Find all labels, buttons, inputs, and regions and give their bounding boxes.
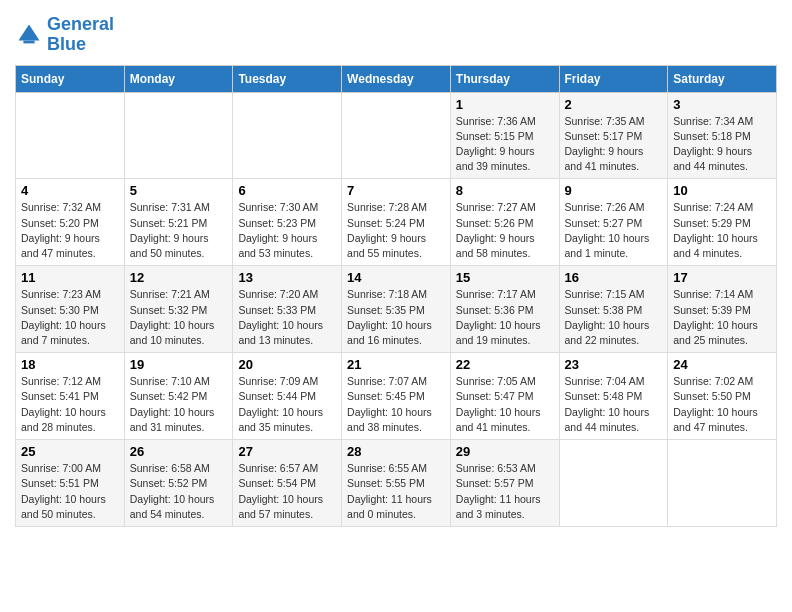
calendar-cell: 10Sunrise: 7:24 AM Sunset: 5:29 PM Dayli… bbox=[668, 179, 777, 266]
day-number: 2 bbox=[565, 97, 663, 112]
calendar-cell: 8Sunrise: 7:27 AM Sunset: 5:26 PM Daylig… bbox=[450, 179, 559, 266]
dow-header: Sunday bbox=[16, 65, 125, 92]
day-number: 21 bbox=[347, 357, 445, 372]
calendar-cell: 15Sunrise: 7:17 AM Sunset: 5:36 PM Dayli… bbox=[450, 266, 559, 353]
day-number: 8 bbox=[456, 183, 554, 198]
calendar-cell bbox=[559, 440, 668, 527]
day-info: Sunrise: 7:20 AM Sunset: 5:33 PM Dayligh… bbox=[238, 287, 336, 348]
calendar-cell bbox=[668, 440, 777, 527]
calendar-cell: 23Sunrise: 7:04 AM Sunset: 5:48 PM Dayli… bbox=[559, 353, 668, 440]
day-info: Sunrise: 7:12 AM Sunset: 5:41 PM Dayligh… bbox=[21, 374, 119, 435]
calendar-week-row: 25Sunrise: 7:00 AM Sunset: 5:51 PM Dayli… bbox=[16, 440, 777, 527]
svg-marker-0 bbox=[19, 24, 40, 40]
day-info: Sunrise: 6:55 AM Sunset: 5:55 PM Dayligh… bbox=[347, 461, 445, 522]
calendar-cell bbox=[233, 92, 342, 179]
day-info: Sunrise: 7:10 AM Sunset: 5:42 PM Dayligh… bbox=[130, 374, 228, 435]
calendar-cell: 29Sunrise: 6:53 AM Sunset: 5:57 PM Dayli… bbox=[450, 440, 559, 527]
day-number: 13 bbox=[238, 270, 336, 285]
day-info: Sunrise: 7:27 AM Sunset: 5:26 PM Dayligh… bbox=[456, 200, 554, 261]
day-info: Sunrise: 7:02 AM Sunset: 5:50 PM Dayligh… bbox=[673, 374, 771, 435]
calendar-cell: 4Sunrise: 7:32 AM Sunset: 5:20 PM Daylig… bbox=[16, 179, 125, 266]
calendar-cell: 26Sunrise: 6:58 AM Sunset: 5:52 PM Dayli… bbox=[124, 440, 233, 527]
day-number: 6 bbox=[238, 183, 336, 198]
calendar-cell bbox=[342, 92, 451, 179]
logo: General Blue bbox=[15, 15, 114, 55]
day-info: Sunrise: 7:05 AM Sunset: 5:47 PM Dayligh… bbox=[456, 374, 554, 435]
days-of-week-row: SundayMondayTuesdayWednesdayThursdayFrid… bbox=[16, 65, 777, 92]
svg-rect-1 bbox=[23, 40, 34, 43]
calendar-cell: 1Sunrise: 7:36 AM Sunset: 5:15 PM Daylig… bbox=[450, 92, 559, 179]
day-info: Sunrise: 6:57 AM Sunset: 5:54 PM Dayligh… bbox=[238, 461, 336, 522]
day-number: 28 bbox=[347, 444, 445, 459]
dow-header: Saturday bbox=[668, 65, 777, 92]
day-info: Sunrise: 7:28 AM Sunset: 5:24 PM Dayligh… bbox=[347, 200, 445, 261]
calendar-cell: 17Sunrise: 7:14 AM Sunset: 5:39 PM Dayli… bbox=[668, 266, 777, 353]
day-number: 20 bbox=[238, 357, 336, 372]
calendar-week-row: 1Sunrise: 7:36 AM Sunset: 5:15 PM Daylig… bbox=[16, 92, 777, 179]
calendar-cell: 16Sunrise: 7:15 AM Sunset: 5:38 PM Dayli… bbox=[559, 266, 668, 353]
day-info: Sunrise: 7:04 AM Sunset: 5:48 PM Dayligh… bbox=[565, 374, 663, 435]
day-number: 1 bbox=[456, 97, 554, 112]
day-info: Sunrise: 7:15 AM Sunset: 5:38 PM Dayligh… bbox=[565, 287, 663, 348]
day-info: Sunrise: 7:09 AM Sunset: 5:44 PM Dayligh… bbox=[238, 374, 336, 435]
dow-header: Wednesday bbox=[342, 65, 451, 92]
day-number: 5 bbox=[130, 183, 228, 198]
day-info: Sunrise: 7:30 AM Sunset: 5:23 PM Dayligh… bbox=[238, 200, 336, 261]
calendar-cell: 6Sunrise: 7:30 AM Sunset: 5:23 PM Daylig… bbox=[233, 179, 342, 266]
calendar-cell: 20Sunrise: 7:09 AM Sunset: 5:44 PM Dayli… bbox=[233, 353, 342, 440]
day-number: 11 bbox=[21, 270, 119, 285]
calendar-cell: 3Sunrise: 7:34 AM Sunset: 5:18 PM Daylig… bbox=[668, 92, 777, 179]
day-number: 25 bbox=[21, 444, 119, 459]
day-number: 3 bbox=[673, 97, 771, 112]
day-number: 18 bbox=[21, 357, 119, 372]
calendar-cell: 5Sunrise: 7:31 AM Sunset: 5:21 PM Daylig… bbox=[124, 179, 233, 266]
day-number: 23 bbox=[565, 357, 663, 372]
day-number: 22 bbox=[456, 357, 554, 372]
page-header: General Blue bbox=[15, 15, 777, 55]
calendar-cell: 18Sunrise: 7:12 AM Sunset: 5:41 PM Dayli… bbox=[16, 353, 125, 440]
calendar-cell: 21Sunrise: 7:07 AM Sunset: 5:45 PM Dayli… bbox=[342, 353, 451, 440]
calendar-cell: 12Sunrise: 7:21 AM Sunset: 5:32 PM Dayli… bbox=[124, 266, 233, 353]
day-info: Sunrise: 7:07 AM Sunset: 5:45 PM Dayligh… bbox=[347, 374, 445, 435]
day-number: 24 bbox=[673, 357, 771, 372]
calendar-cell: 19Sunrise: 7:10 AM Sunset: 5:42 PM Dayli… bbox=[124, 353, 233, 440]
calendar-table: SundayMondayTuesdayWednesdayThursdayFrid… bbox=[15, 65, 777, 527]
calendar-cell: 27Sunrise: 6:57 AM Sunset: 5:54 PM Dayli… bbox=[233, 440, 342, 527]
day-number: 19 bbox=[130, 357, 228, 372]
day-number: 16 bbox=[565, 270, 663, 285]
day-number: 9 bbox=[565, 183, 663, 198]
day-number: 7 bbox=[347, 183, 445, 198]
calendar-cell: 9Sunrise: 7:26 AM Sunset: 5:27 PM Daylig… bbox=[559, 179, 668, 266]
calendar-cell: 11Sunrise: 7:23 AM Sunset: 5:30 PM Dayli… bbox=[16, 266, 125, 353]
day-number: 10 bbox=[673, 183, 771, 198]
logo-text: General Blue bbox=[47, 15, 114, 55]
day-info: Sunrise: 7:32 AM Sunset: 5:20 PM Dayligh… bbox=[21, 200, 119, 261]
calendar-cell: 24Sunrise: 7:02 AM Sunset: 5:50 PM Dayli… bbox=[668, 353, 777, 440]
day-info: Sunrise: 7:00 AM Sunset: 5:51 PM Dayligh… bbox=[21, 461, 119, 522]
day-number: 27 bbox=[238, 444, 336, 459]
day-number: 12 bbox=[130, 270, 228, 285]
day-info: Sunrise: 7:14 AM Sunset: 5:39 PM Dayligh… bbox=[673, 287, 771, 348]
day-info: Sunrise: 7:23 AM Sunset: 5:30 PM Dayligh… bbox=[21, 287, 119, 348]
day-number: 14 bbox=[347, 270, 445, 285]
calendar-body: 1Sunrise: 7:36 AM Sunset: 5:15 PM Daylig… bbox=[16, 92, 777, 526]
calendar-cell: 22Sunrise: 7:05 AM Sunset: 5:47 PM Dayli… bbox=[450, 353, 559, 440]
dow-header: Friday bbox=[559, 65, 668, 92]
calendar-cell: 13Sunrise: 7:20 AM Sunset: 5:33 PM Dayli… bbox=[233, 266, 342, 353]
calendar-cell: 28Sunrise: 6:55 AM Sunset: 5:55 PM Dayli… bbox=[342, 440, 451, 527]
calendar-week-row: 18Sunrise: 7:12 AM Sunset: 5:41 PM Dayli… bbox=[16, 353, 777, 440]
day-number: 15 bbox=[456, 270, 554, 285]
day-number: 26 bbox=[130, 444, 228, 459]
day-info: Sunrise: 7:35 AM Sunset: 5:17 PM Dayligh… bbox=[565, 114, 663, 175]
day-number: 29 bbox=[456, 444, 554, 459]
day-number: 4 bbox=[21, 183, 119, 198]
calendar-cell: 14Sunrise: 7:18 AM Sunset: 5:35 PM Dayli… bbox=[342, 266, 451, 353]
day-info: Sunrise: 7:24 AM Sunset: 5:29 PM Dayligh… bbox=[673, 200, 771, 261]
day-info: Sunrise: 7:36 AM Sunset: 5:15 PM Dayligh… bbox=[456, 114, 554, 175]
day-info: Sunrise: 7:26 AM Sunset: 5:27 PM Dayligh… bbox=[565, 200, 663, 261]
day-info: Sunrise: 7:21 AM Sunset: 5:32 PM Dayligh… bbox=[130, 287, 228, 348]
day-number: 17 bbox=[673, 270, 771, 285]
day-info: Sunrise: 6:53 AM Sunset: 5:57 PM Dayligh… bbox=[456, 461, 554, 522]
calendar-cell bbox=[124, 92, 233, 179]
day-info: Sunrise: 7:34 AM Sunset: 5:18 PM Dayligh… bbox=[673, 114, 771, 175]
